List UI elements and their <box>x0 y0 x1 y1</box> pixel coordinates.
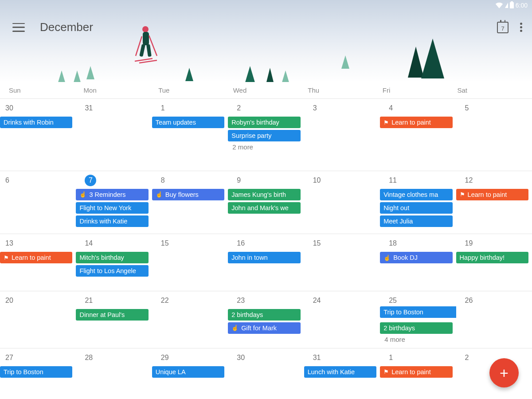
today-indicator: 7 <box>85 175 96 186</box>
day-cell[interactable]: 16John in town <box>228 234 304 291</box>
calendar-event[interactable]: 2 birthdays <box>380 322 452 334</box>
calendar-event[interactable]: 2 birthdays <box>228 309 300 321</box>
day-cell[interactable]: 11Vintage clothes maNight outMeet Julia <box>380 171 456 234</box>
day-cell[interactable]: 22 <box>152 291 228 348</box>
day-cell[interactable]: 4⚑Learn to paint <box>380 99 456 171</box>
day-number: 2 <box>228 102 302 114</box>
day-cell[interactable]: 1Team updates <box>152 99 228 171</box>
calendar-event[interactable]: Dinner at Paul's <box>76 309 148 321</box>
calendar-event[interactable]: Night out <box>380 202 452 214</box>
day-cell[interactable]: 18☝Book DJ <box>380 234 456 291</box>
day-cell[interactable]: 1⚑Learn to paint <box>380 348 456 399</box>
calendar-event[interactable]: ☝Gift for Mark <box>228 322 300 334</box>
today-button[interactable]: 7 <box>497 22 509 33</box>
calendar-event[interactable]: ⚑Learn to paint <box>380 117 452 128</box>
day-cell[interactable]: 25Trip to Boston2 birthdays4 more <box>380 291 456 348</box>
wifi-icon <box>495 2 503 8</box>
create-event-fab[interactable]: + <box>489 358 519 387</box>
day-cell[interactable]: 2Robyn's birthdaySurprise party2 more <box>228 99 304 171</box>
calendar-event[interactable]: John and Mark's we <box>228 202 300 214</box>
day-cell[interactable]: 13⚑Learn to paint <box>0 234 76 291</box>
battery-icon <box>510 2 514 8</box>
calendar-event[interactable]: Flight to New York <box>76 202 148 214</box>
calendar-event[interactable]: Lunch with Katie <box>304 366 376 378</box>
day-cell[interactable]: 5 <box>456 99 532 171</box>
day-cell[interactable]: 31Lunch with Katie <box>304 348 380 399</box>
calendar-event[interactable]: Mitch's birthday <box>76 252 148 263</box>
calendar-event[interactable]: ⚑Learn to paint <box>456 189 528 200</box>
calendar-event[interactable]: John in town <box>228 252 300 263</box>
event-title: James Kung's birth <box>231 191 286 198</box>
day-cell[interactable]: 232 birthdays☝Gift for Mark <box>228 291 304 348</box>
events-container: Happy birthday! <box>456 252 530 263</box>
day-cell[interactable]: 3 <box>304 99 380 171</box>
day-cell[interactable]: 20 <box>0 291 76 348</box>
day-cell[interactable]: 31 <box>76 99 152 171</box>
event-title: Flight to Los Angele <box>79 267 136 274</box>
event-title: Happy birthday! <box>460 254 505 261</box>
calendar-event[interactable]: Happy birthday! <box>456 252 528 263</box>
calendar-event[interactable]: Meet Julia <box>380 215 452 227</box>
event-title: Learn to paint <box>391 368 431 376</box>
day-cell[interactable]: 24 <box>304 291 380 348</box>
calendar-event[interactable]: Trip to Boston <box>380 306 456 318</box>
day-cell[interactable]: 21Dinner at Paul's <box>76 291 152 348</box>
calendar-event[interactable]: ☝Buy flowers <box>152 189 224 200</box>
day-cell[interactable]: 30 <box>228 348 304 399</box>
calendar-event[interactable]: James Kung's birth <box>228 189 300 200</box>
weeks-container: 30Drinks with Robin311Team updates2Robyn… <box>0 98 532 399</box>
weekday-header: Sat <box>457 86 532 94</box>
day-cell[interactable]: 28 <box>76 348 152 399</box>
calendar-event[interactable]: Flight to Los Angele <box>76 265 148 277</box>
weekday-header: Tue <box>158 86 233 94</box>
calendar-event[interactable]: Robyn's birthday <box>228 117 300 128</box>
day-number: 25 <box>380 295 454 306</box>
event-title: Trip to Boston <box>4 368 43 376</box>
calendar-event[interactable]: ☝Book DJ <box>380 252 452 263</box>
event-title: Trip to Boston <box>383 309 423 316</box>
day-cell[interactable]: 15 <box>152 234 228 291</box>
menu-button[interactable] <box>12 23 25 32</box>
day-cell[interactable]: 27Trip to Boston <box>0 348 76 399</box>
day-number: 9 <box>228 175 302 186</box>
day-cell[interactable]: 12⚑Learn to paint <box>456 171 532 234</box>
month-title[interactable]: December <box>40 20 93 34</box>
event-title: Robyn's birthday <box>231 119 279 126</box>
day-cell[interactable]: 7☝3 RemindersFlight to New YorkDrinks wi… <box>76 171 152 234</box>
calendar-event[interactable]: ⚑Learn to paint <box>0 252 72 263</box>
events-container: Unique LA <box>152 366 226 378</box>
day-cell[interactable]: 29Unique LA <box>152 348 228 399</box>
day-number: 6 <box>0 175 74 186</box>
day-cell[interactable]: 15 <box>304 234 380 291</box>
calendar-event[interactable]: Drinks with Katie <box>76 215 148 227</box>
events-container: ⚑Learn to paint <box>380 117 454 128</box>
day-number: 31 <box>76 102 150 114</box>
calendar-event[interactable]: Team updates <box>152 117 224 128</box>
day-cell[interactable]: 10 <box>304 171 380 234</box>
day-number: 12 <box>456 175 530 186</box>
calendar-event[interactable]: Trip to Boston <box>0 366 72 378</box>
day-cell[interactable]: 30Drinks with Robin <box>0 99 76 171</box>
day-cell[interactable]: 26 <box>456 291 532 348</box>
calendar-event[interactable]: ⚑Learn to paint <box>380 366 452 378</box>
calendar-event[interactable]: Vintage clothes ma <box>380 189 452 200</box>
day-cell[interactable]: 14Mitch's birthdayFlight to Los Angele <box>76 234 152 291</box>
event-title: Unique LA <box>156 368 186 376</box>
tree-icon <box>282 70 289 82</box>
day-cell[interactable]: 19Happy birthday! <box>456 234 532 291</box>
events-container: Drinks with Robin <box>0 117 74 128</box>
calendar-event[interactable]: ☝3 Reminders <box>76 189 148 200</box>
day-cell[interactable]: 9James Kung's birthJohn and Mark's we <box>228 171 304 234</box>
calendar-event[interactable]: Drinks with Robin <box>0 117 72 128</box>
day-cell[interactable]: 6 <box>0 171 76 234</box>
day-cell[interactable]: 8☝Buy flowers <box>152 171 228 234</box>
event-title: 3 Reminders <box>89 191 125 198</box>
more-events-link[interactable]: 4 more <box>380 334 454 343</box>
event-title: Book DJ <box>393 254 418 261</box>
overflow-menu-button[interactable] <box>520 23 522 32</box>
calendar-event[interactable]: Unique LA <box>152 366 224 378</box>
calendar-event[interactable]: Surprise party <box>228 130 300 141</box>
reminder-icon: ☝ <box>156 191 163 198</box>
svg-rect-3 <box>146 44 152 57</box>
more-events-link[interactable]: 2 more <box>228 141 302 151</box>
